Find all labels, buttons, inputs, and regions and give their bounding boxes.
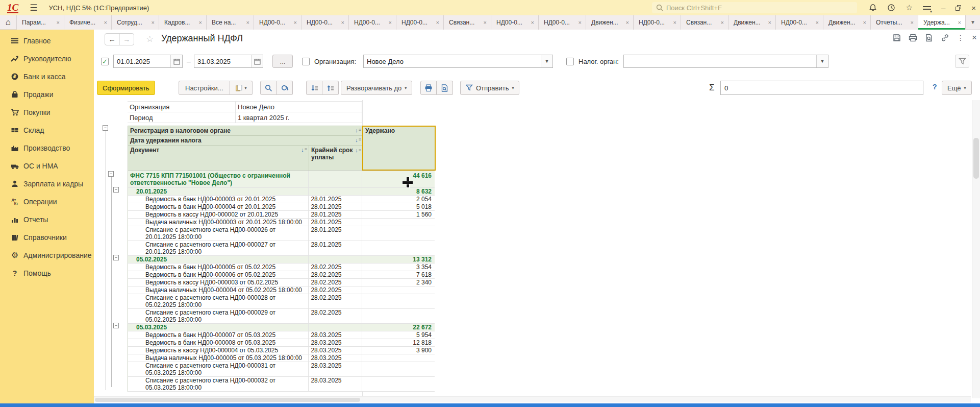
tab-9[interactable]: Связан...× (444, 15, 491, 30)
minimize-button[interactable]: – (941, 4, 945, 12)
date-group-row[interactable]: 05.03.202522 672 (128, 324, 435, 331)
sidebar-item-administrirovanie[interactable]: ⚙ Администрирование (0, 246, 94, 264)
sidebar-item-glavnoe[interactable]: Главное (0, 32, 94, 50)
sidebar-item-operacii[interactable]: ДтКт Операции (0, 193, 94, 210)
more-actions-icon[interactable]: ⋮ (957, 34, 964, 42)
sidebar-item-pomoshch[interactable]: ? Помощь (0, 264, 94, 282)
tab-0[interactable]: Парам...× (17, 15, 64, 30)
document-row[interactable]: Ведомость в кассу НД00-000003 от 05.02.2… (128, 279, 435, 286)
expand-groups-icon[interactable] (322, 81, 339, 95)
tab-15[interactable]: Движен...× (728, 15, 776, 30)
main-menu-icon[interactable]: ☰ (30, 3, 37, 13)
vertical-scrollbar-thumb[interactable] (973, 138, 979, 179)
print-icon[interactable] (909, 34, 917, 42)
collapse-group1-box[interactable]: − (113, 187, 119, 193)
vertical-scrollbar[interactable] (972, 100, 980, 398)
tab-close-icon[interactable]: × (958, 19, 961, 26)
document-row[interactable]: Выдача наличных НД00-000003 от 20.01.202… (128, 219, 435, 226)
document-row[interactable]: Ведомость в банк НД00-000003 от 20.01.20… (128, 196, 435, 203)
tab-overflow-button[interactable]: ▼ (966, 15, 980, 29)
tab-8[interactable]: НД00-0...× (396, 15, 444, 30)
horizontal-scrollbar-thumb[interactable] (95, 398, 360, 402)
sidebar-item-sklad[interactable]: Склад (0, 121, 94, 139)
document-row[interactable]: Ведомость в банк НД00-000007 от 05.03.20… (128, 331, 435, 339)
favorites-star-icon[interactable]: ☆ (906, 3, 912, 12)
print-button-icon[interactable] (420, 81, 437, 95)
close-report-icon[interactable]: × (972, 33, 977, 43)
report-variants-button[interactable]: ▾ (230, 81, 253, 95)
sidebar-item-proizvodstvo[interactable]: Производство (0, 139, 94, 157)
document-row[interactable]: Ведомость в банк НД00-000004 от 20.01.20… (128, 203, 435, 211)
forward-button[interactable]: → (120, 34, 134, 45)
tax-authority-checkbox[interactable] (566, 58, 574, 65)
document-row[interactable]: Ведомость в банк НД00-000005 от 05.02.20… (128, 264, 435, 271)
tab-close-icon[interactable]: × (436, 19, 439, 26)
filter-funnel-icon[interactable] (955, 55, 969, 68)
tab-close-icon[interactable]: × (673, 19, 676, 26)
sort-icon[interactable]: ↓≡ (355, 127, 361, 133)
tab-close-icon[interactable]: × (57, 19, 60, 26)
collapse-group3-box[interactable]: − (113, 323, 119, 328)
period-checkbox[interactable]: ✓ (101, 58, 109, 65)
tab-11[interactable]: НД00-0...× (539, 15, 586, 30)
collapse-group2-box[interactable]: − (113, 255, 119, 260)
tab-2[interactable]: Сотруд...× (112, 15, 159, 30)
document-row[interactable]: Ведомость в банк НД00-000008 от 05.03.20… (128, 339, 435, 347)
history-clock-icon[interactable] (887, 4, 895, 12)
sidebar-item-otchety[interactable]: Отчеты (0, 210, 94, 228)
calendar-icon[interactable] (251, 55, 263, 67)
tab-close-icon[interactable]: × (531, 19, 534, 26)
tab-4[interactable]: Все на...× (207, 15, 254, 30)
date-from-field[interactable]: 01.01.2025 (113, 55, 183, 68)
tax-authority-combo[interactable]: ▼ (623, 55, 828, 68)
tab-close-icon[interactable]: × (911, 19, 914, 26)
column-header-withheld[interactable]: Удержано (363, 126, 435, 171)
expand-to-button[interactable]: Разворачивать до▾ (341, 81, 412, 95)
document-row[interactable]: Списание с расчетного счета НД00-000028 … (128, 294, 435, 309)
tab-14[interactable]: Связан...× (681, 15, 728, 30)
document-row[interactable]: Списание с расчетного счета НД00-000026 … (128, 226, 435, 241)
restore-button[interactable] (956, 5, 961, 11)
sidebar-item-bank-i-kassa[interactable]: ₽ Банк и касса (0, 67, 94, 85)
sidebar-item-os-i-nma[interactable]: ОС и НМА (0, 157, 94, 175)
generate-button[interactable]: Сформировать (97, 81, 155, 95)
tab-7[interactable]: НД00-0...× (349, 15, 396, 30)
period-options-button[interactable]: ... (272, 55, 293, 68)
document-row[interactable]: Списание с расчетного счета НД00-000029 … (128, 309, 435, 324)
notifications-bell-icon[interactable] (869, 4, 877, 12)
collapse-root-box[interactable]: − (108, 171, 114, 177)
link-icon[interactable] (941, 34, 949, 42)
sidebar-item-prodazhi[interactable]: Продажи (0, 85, 94, 103)
send-button[interactable]: Отправить▾ (460, 81, 519, 95)
tab-close-icon[interactable]: × (768, 19, 771, 26)
document-row[interactable]: Ведомость в банк НД00-000006 от 05.02.20… (128, 271, 435, 279)
collapse-groups-icon[interactable] (306, 81, 322, 95)
functions-menu-icon[interactable]: ▾ (923, 5, 931, 11)
back-button[interactable]: ← (105, 34, 120, 45)
document-row[interactable]: Списание с расчетного счета НД00-000032 … (128, 377, 435, 392)
date-to-field[interactable]: 31.03.2025 (194, 55, 263, 68)
combo-arrow-icon[interactable]: ▼ (541, 55, 552, 67)
tab-close-icon[interactable]: × (721, 19, 724, 26)
sidebar-item-pokupki[interactable]: Покупки (0, 103, 94, 121)
document-row[interactable]: Списание с расчетного счета НД00-000027 … (128, 241, 435, 256)
tab-close-icon[interactable]: × (816, 19, 819, 26)
combo-arrow-icon[interactable]: ▼ (816, 55, 828, 67)
tax-authority-value[interactable] (624, 55, 816, 67)
tab-close-icon[interactable]: × (626, 19, 629, 26)
print-preview-icon[interactable] (925, 34, 933, 42)
close-window-button[interactable]: × (971, 4, 976, 12)
date-group-row[interactable]: 20.01.20258 632 (128, 188, 435, 196)
tab-close-icon[interactable]: × (389, 19, 392, 26)
column-header-due[interactable]: Крайний срок уплаты↓≡ (309, 146, 363, 171)
find-next-icon[interactable] (277, 81, 293, 95)
tab-close-icon[interactable]: × (863, 19, 866, 26)
tab-close-icon[interactable]: × (246, 19, 249, 26)
organization-combo[interactable]: Новое Дело ▼ (363, 55, 553, 68)
root-group-row[interactable]: ФНС 7715 КПП 771501001 (Общество с огран… (128, 171, 435, 188)
calendar-icon[interactable] (170, 55, 182, 67)
sidebar-item-rukovoditelyu[interactable]: Руководителю (0, 50, 94, 67)
tab-17[interactable]: Движен...× (823, 15, 871, 30)
organization-checkbox[interactable] (302, 58, 310, 65)
tab-10[interactable]: НД00-0...× (491, 15, 539, 30)
